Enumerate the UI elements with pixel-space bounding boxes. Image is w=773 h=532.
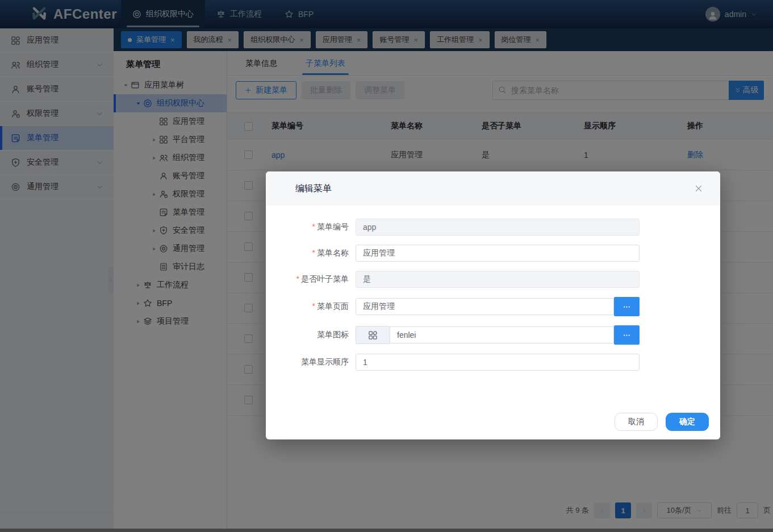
field-label: *菜单页面 — [266, 301, 356, 312]
form-row-menu-name: *菜单名称 — [266, 245, 720, 262]
menu-code-input[interactable] — [356, 219, 640, 236]
ellipsis-icon — [622, 303, 631, 311]
menu-icon-picker-button[interactable] — [614, 325, 640, 345]
form-row-menu-page: *菜单页面 — [266, 297, 720, 316]
dialog-title: 编辑菜单 — [295, 183, 332, 195]
menu-icon-input[interactable] — [390, 326, 614, 344]
required-asterisk: * — [296, 274, 299, 283]
ellipsis-icon — [622, 331, 631, 340]
is-leaf-menu-input[interactable] — [356, 271, 640, 288]
menu-page-picker-button[interactable] — [614, 297, 640, 316]
cancel-button[interactable]: 取消 — [615, 413, 658, 431]
field-label: *菜单名称 — [266, 248, 356, 258]
dialog-header: 编辑菜单 — [266, 171, 720, 206]
app-root: AFCenter 组织权限中心工作流程BFP admin 菜单管理×我的流程×组… — [0, 0, 773, 532]
required-asterisk: * — [312, 301, 315, 311]
form-row-menu-code: *菜单编号 — [266, 219, 720, 236]
menu-page-input[interactable] — [356, 298, 614, 315]
confirm-button[interactable]: 确定 — [666, 413, 709, 431]
form-row-menu-icon: 菜单图标 — [266, 325, 720, 345]
field-label: 菜单显示顺序 — [266, 357, 356, 367]
field-label: 菜单图标 — [266, 330, 356, 340]
required-asterisk: * — [312, 248, 315, 257]
close-icon[interactable] — [694, 184, 703, 193]
field-label: *是否叶子菜单 — [266, 274, 356, 284]
menu-name-input[interactable] — [356, 245, 640, 262]
menu-order-input[interactable] — [356, 354, 640, 371]
dialog-form: *菜单编号*菜单名称*是否叶子菜单*菜单页面菜单图标菜单显示顺序 — [266, 206, 720, 371]
grid-icon — [368, 330, 378, 340]
dialog-footer: 取消 确定 — [615, 413, 709, 431]
edit-menu-dialog: 编辑菜单 *菜单编号*菜单名称*是否叶子菜单*菜单页面菜单图标菜单显示顺序 取消… — [266, 171, 720, 439]
menu-icon-preview — [356, 326, 390, 344]
form-row-is-leaf-menu: *是否叶子菜单 — [266, 271, 720, 288]
form-row-menu-order: 菜单显示顺序 — [266, 354, 720, 371]
required-asterisk: * — [312, 222, 315, 231]
field-label: *菜单编号 — [266, 222, 356, 232]
